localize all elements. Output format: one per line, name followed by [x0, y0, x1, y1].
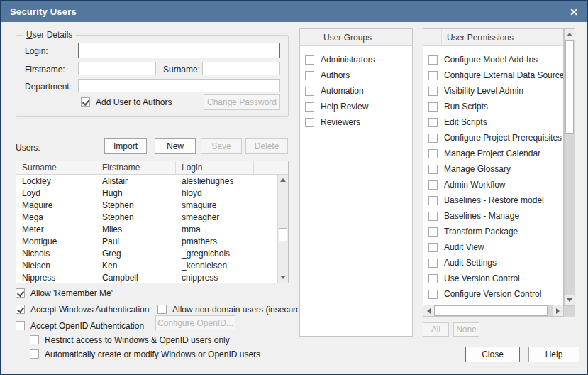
- permission-checkbox[interactable]: [428, 212, 438, 221]
- permission-checkbox[interactable]: [428, 118, 438, 127]
- permission-checkbox[interactable]: [428, 259, 438, 268]
- table-row[interactable]: MeterMilesmma: [16, 223, 277, 235]
- group-checkbox[interactable]: [305, 71, 314, 80]
- list-item[interactable]: Use Version Control: [423, 271, 563, 286]
- import-button[interactable]: Import: [104, 138, 147, 154]
- table-row[interactable]: NielsenKen_kennielsen: [16, 259, 277, 271]
- dialog-title: Security Users: [10, 6, 77, 17]
- list-item[interactable]: Audit View: [423, 239, 563, 255]
- scrollbar-thumb[interactable]: [565, 40, 574, 134]
- scroll-up-icon[interactable]: [565, 29, 575, 40]
- scroll-up-icon[interactable]: [278, 175, 288, 185]
- scrollbar-thumb[interactable]: [434, 305, 548, 316]
- list-item[interactable]: Configure External Data Sources: [423, 67, 563, 83]
- permissions-vertical-scrollbar[interactable]: [564, 28, 575, 306]
- allow-remember-me-checkbox[interactable]: [16, 288, 25, 298]
- permission-checkbox[interactable]: [428, 134, 438, 143]
- new-button[interactable]: New: [155, 138, 196, 154]
- list-item[interactable]: Transform Package: [423, 224, 563, 239]
- scroll-down-icon[interactable]: [278, 272, 288, 283]
- department-input[interactable]: [78, 79, 280, 92]
- permissions-horizontal-scrollbar[interactable]: [423, 305, 563, 316]
- table-row[interactable]: NicholsGreg_gregnichols: [16, 247, 277, 259]
- list-item[interactable]: Admin Workflow: [423, 177, 563, 192]
- users-table-scrollbar[interactable]: [277, 175, 288, 283]
- column-header-login[interactable]: Login: [176, 161, 254, 174]
- list-item[interactable]: Manage Glossary: [423, 161, 563, 177]
- configure-openid-button[interactable]: Configure OpenID...: [155, 315, 235, 330]
- list-item[interactable]: Help Review: [300, 99, 412, 114]
- none-button[interactable]: None: [453, 322, 479, 337]
- list-item[interactable]: Baselines - Restore model: [423, 192, 563, 208]
- titlebar[interactable]: Security Users ✕: [1, 1, 587, 22]
- non-domain-users-checkbox[interactable]: [157, 305, 167, 314]
- table-row[interactable]: LoydHughhloyd: [16, 187, 277, 199]
- permission-checkbox[interactable]: [428, 196, 438, 205]
- all-button[interactable]: All: [423, 322, 449, 337]
- firstname-input[interactable]: [78, 62, 156, 75]
- list-item[interactable]: Configure Version Control: [423, 286, 563, 302]
- user-groups-list[interactable]: AdministratorsAuthorsAutomationHelp Revi…: [300, 46, 412, 130]
- accept-windows-auth-checkbox[interactable]: [16, 305, 25, 314]
- change-password-button[interactable]: Change Password: [204, 94, 280, 110]
- users-table-body[interactable]: LockleyAlistairalesliehughesLoydHughhloy…: [16, 175, 277, 283]
- list-item[interactable]: Visibility Level Admin: [423, 83, 563, 99]
- surname-input[interactable]: [202, 62, 280, 75]
- list-item[interactable]: Baselines - Manage: [423, 208, 563, 224]
- restrict-access-checkbox[interactable]: [30, 335, 39, 344]
- add-user-to-authors-checkbox[interactable]: [81, 97, 90, 107]
- delete-button[interactable]: Delete: [245, 138, 288, 154]
- permission-checkbox[interactable]: [428, 71, 438, 80]
- permission-checkbox[interactable]: [428, 55, 438, 65]
- list-item[interactable]: Automation: [300, 83, 412, 99]
- list-item[interactable]: Manage Project Calendar: [423, 146, 563, 161]
- permission-checkbox[interactable]: [428, 87, 438, 96]
- permission-checkbox[interactable]: [428, 102, 438, 112]
- column-header-surname[interactable]: Surname: [16, 161, 96, 174]
- list-item[interactable]: Run Scripts: [423, 99, 563, 114]
- table-row[interactable]: MegaStephensmeagher: [16, 211, 277, 223]
- permission-checkbox[interactable]: [428, 149, 438, 158]
- permission-checkbox[interactable]: [428, 227, 438, 237]
- save-button[interactable]: Save: [201, 138, 242, 154]
- permission-checkbox[interactable]: [428, 180, 438, 190]
- list-item[interactable]: Reviewers: [300, 114, 412, 130]
- help-button[interactable]: Help: [528, 347, 579, 362]
- table-row[interactable]: NippressCampbellcnippress: [16, 271, 277, 283]
- scrollbar-thumb[interactable]: [279, 228, 287, 241]
- table-cell: Ken: [96, 261, 176, 271]
- group-checkbox[interactable]: [305, 118, 314, 127]
- non-domain-users-row: Allow non-domain users (insecure): [157, 304, 304, 315]
- list-item-label: Baselines - Manage: [444, 211, 519, 221]
- auto-create-checkbox[interactable]: [30, 349, 39, 359]
- scroll-down-icon[interactable]: [565, 295, 575, 305]
- permission-checkbox[interactable]: [428, 165, 438, 174]
- group-checkbox[interactable]: [305, 87, 314, 96]
- column-header-firstname[interactable]: Firstname: [96, 161, 176, 174]
- scroll-right-icon[interactable]: [553, 305, 563, 316]
- close-icon[interactable]: ✕: [570, 7, 578, 17]
- list-item[interactable]: Authors: [300, 67, 412, 83]
- accept-openid-checkbox[interactable]: [16, 321, 25, 330]
- table-cell: Loyd: [16, 188, 96, 198]
- group-checkbox[interactable]: [305, 55, 314, 65]
- list-item[interactable]: Audit Settings: [423, 255, 563, 271]
- table-row[interactable]: MaguireStephensmaguire: [16, 199, 277, 211]
- permission-checkbox[interactable]: [428, 290, 438, 299]
- close-button[interactable]: Close: [465, 347, 520, 362]
- login-input[interactable]: [78, 43, 280, 58]
- list-item-label: Manage Project Calendar: [444, 148, 540, 158]
- list-item[interactable]: Configure Model Add-Ins: [423, 52, 563, 67]
- list-item[interactable]: Administrators: [300, 52, 412, 67]
- permission-checkbox[interactable]: [428, 243, 438, 252]
- scrollbar-track[interactable]: [548, 305, 553, 316]
- table-row[interactable]: LockleyAlistairalesliehughes: [16, 175, 277, 187]
- permission-checkbox[interactable]: [428, 305, 438, 306]
- group-checkbox[interactable]: [305, 102, 314, 112]
- list-item[interactable]: Configure Project Prerequisites: [423, 130, 563, 146]
- user-permissions-list[interactable]: Configure Model Add-InsConfigure Externa…: [423, 46, 563, 305]
- permission-checkbox[interactable]: [428, 274, 438, 283]
- scroll-left-icon[interactable]: [423, 305, 434, 316]
- table-row[interactable]: MontiguePaulpmathers: [16, 235, 277, 247]
- list-item[interactable]: Edit Scripts: [423, 114, 563, 130]
